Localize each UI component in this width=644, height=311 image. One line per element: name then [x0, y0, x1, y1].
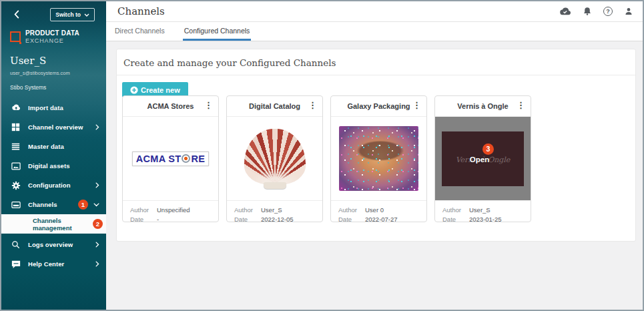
- cloud-check-icon: [559, 7, 571, 16]
- channel-card-galaxy-packaging[interactable]: Galaxy Packaging ⋮ AuthorUser 0 Date2022…: [330, 95, 427, 222]
- author-value: User_S: [469, 206, 491, 214]
- configured-channels-panel: Create and manage your Configured Channe…: [116, 49, 636, 242]
- switch-to-label: Switch to: [55, 11, 81, 18]
- card-menu-button[interactable]: ⋮: [513, 99, 529, 111]
- card-menu-button[interactable]: ⋮: [200, 99, 217, 111]
- sidebar-item-channels[interactable]: Channels 1: [1, 195, 106, 214]
- vernis-graphic: Vernis à Ongle Open 3: [442, 131, 524, 186]
- vernis-image-hovered: Vernis à Ongle Open 3: [435, 116, 531, 201]
- help-icon: ?: [603, 7, 613, 16]
- date-label: Date: [338, 216, 365, 223]
- card-menu-button[interactable]: ⋮: [304, 99, 321, 111]
- date-value: 2022-07-27: [365, 216, 398, 223]
- user-organization: Stibo Systems: [10, 84, 70, 91]
- sidebar-item-configuration[interactable]: Configuration: [1, 176, 106, 195]
- help-button[interactable]: ?: [603, 7, 613, 16]
- account-button[interactable]: [624, 7, 633, 16]
- chat-icon: [10, 260, 21, 269]
- grid-icon: [10, 123, 21, 131]
- sidebar-item-label: Digital assets: [28, 162, 99, 170]
- chevron-right-icon: [95, 261, 99, 267]
- sidebar-menu: Import data Channel overview Master data: [1, 98, 106, 234]
- brand-logo-mark-icon: [10, 31, 21, 42]
- question-glyph: ?: [606, 8, 610, 15]
- sidebar-item-label: Channel overview: [28, 123, 95, 131]
- sidebar-item-help-center[interactable]: Help Center: [1, 254, 106, 274]
- gear-icon: [10, 181, 21, 190]
- create-new-label: Create new: [141, 86, 180, 94]
- chevron-right-icon: [95, 242, 99, 248]
- switch-to-button[interactable]: Switch to: [50, 8, 95, 21]
- annotation-step-3-badge: 3: [482, 143, 494, 155]
- channel-card-digital-catalog[interactable]: Digital Catalog ⋮ AuthorUser_S Date2022-…: [226, 95, 323, 222]
- date-value: 2022-12-05: [261, 216, 294, 223]
- date-value: 2023-01-25: [469, 216, 502, 223]
- card-footer: AuthorUser 0 Date2022-07-27: [331, 201, 426, 226]
- user-email: user_s@stibosystems.com: [10, 70, 70, 76]
- annotation-step-1-badge: 1: [78, 200, 88, 210]
- collapse-sidebar-button[interactable]: [14, 10, 19, 19]
- acma-logo-text-right: RE: [191, 153, 205, 164]
- sidebar-menu-secondary: Logs overview Help Center: [1, 235, 106, 274]
- date-value: -: [157, 216, 159, 223]
- sidebar-item-label: Configuration: [28, 182, 95, 189]
- chevron-down-icon: [93, 203, 99, 207]
- tray-icon: [10, 200, 21, 210]
- sidebar-item-digital-assets[interactable]: Digital assets: [1, 156, 106, 176]
- author-label: Author: [130, 206, 157, 214]
- acma-logo-text-left: ACMA ST: [136, 153, 182, 164]
- galaxy-packaging-image: [331, 116, 426, 201]
- date-label: Date: [442, 216, 469, 223]
- open-button[interactable]: Open: [442, 156, 517, 164]
- card-footer: AuthorUnspecified Date-: [123, 201, 218, 226]
- chevron-right-icon: [95, 124, 99, 130]
- author-label: Author: [442, 206, 469, 214]
- sidebar-item-import-data[interactable]: Import data: [1, 98, 106, 117]
- content-area: Create and manage your Configured Channe…: [106, 41, 643, 310]
- acma-store-logo-image: ACMA ST RE: [123, 116, 218, 201]
- main-area: Channels ?: [106, 1, 643, 310]
- sidebar-subitem-label: Channels management: [33, 217, 93, 232]
- sidebar-item-channels-management[interactable]: Channels management 2: [1, 214, 106, 234]
- tab-bar: Direct Channels Configured Channels: [106, 22, 643, 41]
- brand-name-line1: PRODUCT DATA: [25, 29, 79, 37]
- annotation-step-2-badge: 2: [93, 219, 103, 229]
- brand-name-line2: EXCHANGE: [25, 37, 79, 44]
- cloud-upload-icon: [10, 103, 21, 113]
- image-icon: [10, 162, 21, 171]
- user-name: User_S: [10, 55, 70, 67]
- tab-configured-channels[interactable]: Configured Channels: [183, 22, 252, 41]
- bell-icon: [583, 7, 592, 16]
- search-icon: [10, 240, 21, 249]
- channel-card-acma-stores[interactable]: ACMA Stores ⋮ ACMA ST RE AuthorUnspecifi…: [122, 95, 219, 222]
- tab-direct-channels[interactable]: Direct Channels: [113, 22, 166, 41]
- top-bar: Channels ?: [106, 1, 643, 22]
- channel-card-vernis-a-ongle[interactable]: Vernis à Ongle ⋮ Vernis à Ongle Open 3 A…: [434, 95, 531, 222]
- author-label: Author: [234, 206, 261, 214]
- acma-logo-o-icon: [182, 154, 190, 163]
- card-menu-button[interactable]: ⋮: [408, 99, 425, 111]
- user-info: User_S user_s@stibosystems.com Stibo Sys…: [10, 55, 70, 91]
- seashell-image: [227, 116, 322, 201]
- brand-logo: PRODUCT DATA EXCHANGE: [10, 29, 79, 44]
- sidebar: Switch to PRODUCT DATA EXCHANGE User_S u…: [1, 1, 106, 310]
- acma-logo: ACMA ST RE: [132, 151, 209, 166]
- sidebar-item-logs-overview[interactable]: Logs overview: [1, 235, 106, 254]
- cloud-sync-button[interactable]: [559, 7, 571, 16]
- author-label: Author: [338, 206, 365, 214]
- author-value: Unspecified: [157, 206, 190, 214]
- sidebar-header: Switch to: [1, 1, 106, 25]
- sidebar-item-master-data[interactable]: Master data: [1, 137, 106, 156]
- sidebar-item-channel-overview[interactable]: Channel overview: [1, 117, 106, 137]
- plus-circle-icon: [130, 86, 138, 94]
- seashell-graphic: [244, 129, 306, 189]
- notifications-button[interactable]: [583, 7, 592, 16]
- sidebar-item-label: Logs overview: [28, 241, 95, 248]
- top-bar-icons: ?: [559, 7, 633, 16]
- card-footer: AuthorUser_S Date2022-12-05: [227, 201, 322, 226]
- sidebar-item-label: Import data: [28, 104, 99, 111]
- chevron-left-icon: [14, 10, 19, 19]
- galaxy-graphic: [339, 126, 418, 191]
- author-value: User_S: [261, 206, 282, 214]
- panel-heading: Create and manage your Configured Channe…: [117, 49, 635, 75]
